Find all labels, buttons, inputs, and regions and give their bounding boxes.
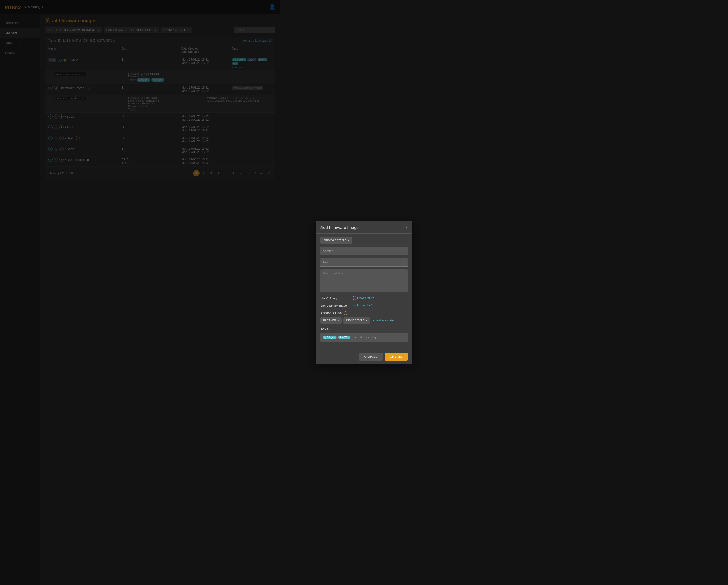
modal-overlay[interactable]: Add Firmware Image × FIRMWARE TYPE ▾ * S… [0,0,280,585]
